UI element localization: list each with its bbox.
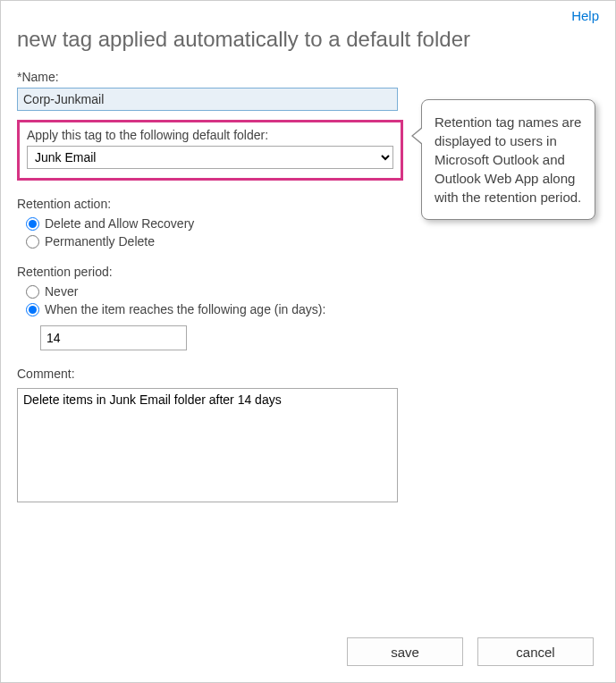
folder-select[interactable]: Junk Email [27,146,393,169]
radio-row-permanent-delete[interactable]: Permanently Delete [26,234,599,249]
info-callout: Retention tag names are displayed to use… [421,99,595,220]
retention-period-section: Retention period: Never When the item re… [17,265,599,350]
name-label: *Name: [17,70,599,84]
page-title: new tag applied automatically to a defau… [1,23,615,70]
radio-permanent-delete[interactable] [26,235,39,249]
radio-row-age-days[interactable]: When the item reaches the following age … [26,302,599,316]
radio-row-never[interactable]: Never [26,284,599,299]
name-input[interactable] [17,88,398,111]
comment-label: Comment: [17,367,599,381]
radio-age-days[interactable] [26,303,39,316]
retention-action-group: Delete and Allow Recovery Permanently De… [17,216,599,249]
comment-textarea[interactable] [17,388,398,502]
radio-delete-recover[interactable] [26,217,39,231]
radio-never[interactable] [26,285,39,299]
radio-label-delete-recover: Delete and Allow Recovery [45,216,194,231]
button-bar: save cancel [347,637,594,666]
days-input[interactable] [40,325,187,350]
help-link[interactable]: Help [571,8,599,23]
save-button[interactable]: save [347,637,463,666]
radio-label-age-days: When the item reaches the following age … [45,302,325,316]
radio-label-never: Never [45,284,78,299]
folder-label: Apply this tag to the following default … [27,128,393,142]
radio-label-permanent-delete: Permanently Delete [45,234,155,249]
callout-text: Retention tag names are displayed to use… [435,114,581,205]
cancel-button[interactable]: cancel [477,637,594,666]
comment-section: Comment: [17,367,599,505]
retention-period-label: Retention period: [17,265,599,279]
folder-highlight-box: Apply this tag to the following default … [17,120,403,181]
header: Help [1,1,615,23]
retention-period-group: Never When the item reaches the followin… [17,284,599,350]
